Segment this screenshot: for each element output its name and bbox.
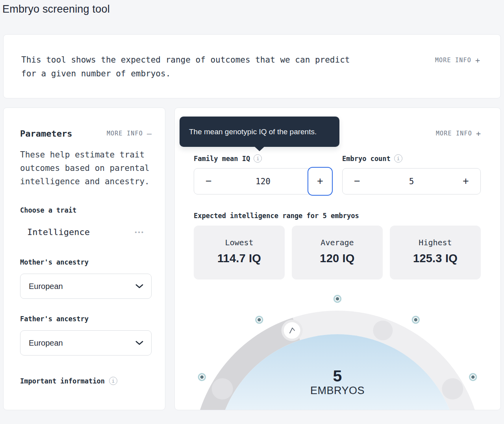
mother-ancestry-value: European [29,282,63,291]
embryo-count-label-row: Embryo count i [342,154,481,163]
gauge-dome [217,334,459,410]
gauge-ring [193,311,482,410]
plus-icon: + [475,56,480,65]
gauge-marker [442,378,463,400]
embryo-dot [334,296,341,302]
parameters-more-info-button[interactable]: MORE INFO — [107,129,152,138]
embryo-count-stepper: − 5 + [342,168,481,194]
plus-icon: + [476,129,481,138]
father-ancestry-value: European [29,339,63,348]
intro-more-info-button[interactable]: MORE INFO + [435,56,480,65]
lowest-card: Lowest 114.7 IQ [194,226,285,280]
gauge-active-segment [193,318,300,410]
trait-item-intelligence[interactable]: Intelligence ••• [20,227,152,237]
gauge-knob[interactable] [282,320,303,341]
highest-label: Highest [419,238,452,247]
average-value: 120 IQ [320,252,354,265]
trait-name: Intelligence [27,227,90,237]
tooltip-text: The mean genotypic IQ of the parents. [189,128,317,136]
average-card: Average 120 IQ [292,226,383,280]
parameters-description: These help estimate trait outcomes based… [20,148,152,188]
more-info-label: MORE INFO [436,130,472,137]
embryo-dot [198,374,205,380]
mother-ancestry-select[interactable]: European [20,274,152,299]
gauge-knob-arrow-icon [290,328,295,333]
family-iq-stepper: − 120 + [194,168,332,194]
chevron-down-icon [135,284,143,289]
gauge-unit: EMBRYOS [310,385,365,396]
family-iq-increment-button[interactable]: + [308,167,333,196]
family-iq-label: Family mean IQ [194,155,250,163]
intro-card: This tool shows the expected range of ou… [3,34,501,98]
choose-trait-label: Choose a trait [20,206,152,214]
embryo-dot [470,374,476,380]
highest-card: Highest 125.3 IQ [390,226,481,280]
embryo-dot [256,317,263,323]
simulator-panel: The mean genotypic IQ of the parents. MO… [174,107,501,410]
family-iq-decrement-button[interactable]: − [194,168,223,194]
family-iq-value: 120 [256,177,271,186]
trait-menu-dots-icon[interactable]: ••• [135,229,145,235]
range-heading: Expected intelligence range for 5 embryo… [194,212,481,220]
embryo-count-control: Embryo count i − 5 + [342,154,481,194]
important-information-row: Important information i [20,377,152,385]
embryo-gauge-svg: 5 EMBRYOS [175,284,501,410]
main-content: Parameters MORE INFO — These help estima… [3,107,501,410]
parameters-title: Parameters [20,129,72,139]
mother-ancestry-label: Mother's ancestry [20,258,152,266]
chevron-down-icon [135,341,143,345]
more-info-label: MORE INFO [107,130,143,137]
important-information-label: Important information [20,377,105,385]
lowest-label: Lowest [225,238,253,247]
gauge-marker [212,378,233,400]
parameters-header: Parameters MORE INFO — [20,128,152,139]
parameters-panel: Parameters MORE INFO — These help estima… [3,107,165,410]
gauge-marker [373,320,393,340]
collapse-icon: — [147,129,152,138]
embryo-count-label: Embryo count [342,155,391,163]
page-title: Embryo screening tool [0,0,504,15]
family-iq-label-row: Family mean IQ i [194,154,332,163]
embryo-count-value: 5 [409,177,414,186]
average-label: Average [321,238,354,247]
more-info-label: MORE INFO [435,57,471,64]
highest-value: 125.3 IQ [413,252,458,265]
controls-row: Family mean IQ i − 120 + Embryo count i … [194,154,481,194]
simulator-more-info-button[interactable]: MORE INFO + [436,128,481,139]
embryo-count-decrement-button[interactable]: − [343,168,372,194]
family-iq-tooltip: The mean genotypic IQ of the parents. [180,117,339,147]
lowest-value: 114.7 IQ [217,252,261,265]
embryo-dot [412,317,419,323]
family-iq-info-icon[interactable]: i [254,154,262,163]
range-cards-row: Lowest 114.7 IQ Average 120 IQ Highest 1… [194,226,481,280]
gauge-count: 5 [333,367,342,385]
father-ancestry-select[interactable]: European [20,330,152,355]
info-icon[interactable]: i [109,377,117,385]
father-ancestry-label: Father's ancestry [20,315,152,323]
intro-text: This tool shows the expected range of ou… [4,35,358,81]
embryo-gauge: 5 EMBRYOS [175,284,500,410]
embryo-count-info-icon[interactable]: i [394,154,402,163]
embryo-count-increment-button[interactable]: + [451,168,480,194]
family-iq-control: Family mean IQ i − 120 + [194,154,332,194]
